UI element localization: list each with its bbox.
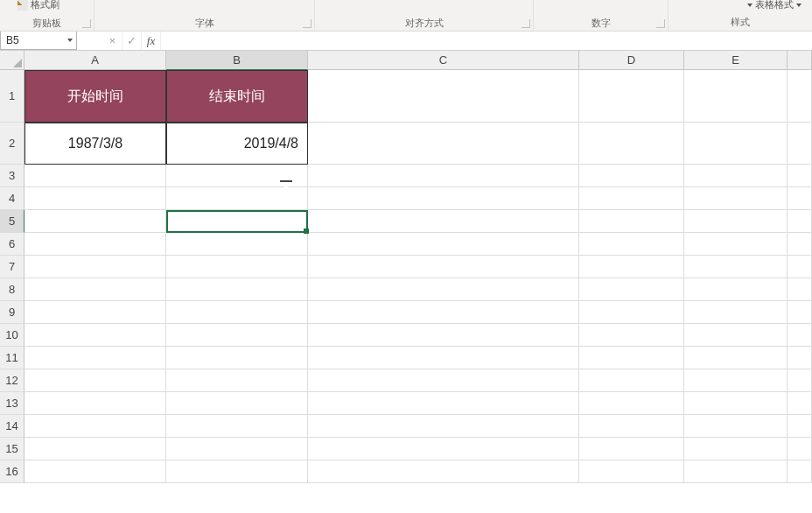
cell-E3[interactable]	[684, 165, 788, 187]
cell-C12[interactable]	[308, 369, 579, 392]
cell-E10[interactable]	[684, 324, 788, 347]
cell-B7[interactable]	[166, 256, 308, 278]
cell-B2[interactable]: 2019/4/8	[166, 123, 308, 165]
cell-A4[interactable]	[24, 187, 166, 210]
cell-tail7[interactable]	[788, 256, 812, 278]
cell-B9[interactable]	[166, 301, 308, 324]
cell-tail9[interactable]	[788, 301, 812, 324]
formula-cancel-button[interactable]: ×	[103, 32, 122, 50]
cell-D9[interactable]	[579, 301, 684, 324]
cell-C2[interactable]	[308, 123, 579, 165]
row-header-4[interactable]: 4	[0, 187, 24, 210]
cell-A15[interactable]	[24, 438, 166, 460]
column-header-E[interactable]: E	[684, 51, 788, 70]
cell-E14[interactable]	[684, 415, 788, 438]
cell-A14[interactable]	[24, 415, 166, 438]
cell-A6[interactable]	[24, 233, 166, 256]
cell-A7[interactable]	[24, 256, 166, 278]
clipboard-dialog-launcher[interactable]	[82, 19, 91, 28]
cell-E6[interactable]	[684, 233, 788, 256]
cell-A10[interactable]	[24, 324, 166, 347]
cell-A8[interactable]	[24, 278, 166, 301]
cell-tail6[interactable]	[788, 233, 812, 256]
row-header-2[interactable]: 2	[0, 123, 24, 165]
cell-tail10[interactable]	[788, 324, 812, 347]
cell-E15[interactable]	[684, 438, 788, 460]
cell-B12[interactable]	[166, 369, 308, 392]
cell-B11[interactable]	[166, 347, 308, 369]
row-header-5[interactable]: 5	[0, 210, 24, 233]
alignment-dialog-launcher[interactable]	[522, 19, 530, 28]
row-header-10[interactable]: 10	[0, 324, 24, 347]
cell-B15[interactable]	[166, 438, 308, 460]
table-styles-button[interactable]: 表格格式	[747, 0, 802, 11]
cell-tail13[interactable]	[788, 392, 812, 415]
cell-D13[interactable]	[579, 392, 684, 415]
cell-B13[interactable]	[166, 392, 308, 415]
font-dialog-launcher[interactable]	[303, 19, 312, 28]
cell-C7[interactable]	[308, 256, 579, 278]
cell-C8[interactable]	[308, 278, 579, 301]
cell-A16[interactable]	[24, 460, 166, 483]
row-header-12[interactable]: 12	[0, 369, 24, 392]
cell-C16[interactable]	[308, 460, 579, 483]
cell-tail1[interactable]	[788, 70, 812, 123]
cell-B14[interactable]	[166, 415, 308, 438]
cell-E16[interactable]	[684, 460, 788, 483]
cell-D5[interactable]	[579, 210, 684, 233]
column-header-A[interactable]: A	[24, 51, 166, 70]
cell-tail14[interactable]	[788, 415, 812, 438]
cell-B6[interactable]	[166, 233, 308, 256]
cell-B8[interactable]	[166, 278, 308, 301]
row-header-16[interactable]: 16	[0, 460, 24, 483]
cell-C5[interactable]	[308, 210, 579, 233]
cell-D16[interactable]	[579, 460, 684, 483]
cell-A11[interactable]	[24, 347, 166, 369]
cell-D1[interactable]	[579, 70, 684, 123]
cell-C3[interactable]	[308, 165, 579, 187]
cell-tail11[interactable]	[788, 347, 812, 369]
cell-B1[interactable]: 结束时间	[166, 70, 308, 123]
column-header-B[interactable]: B	[166, 51, 308, 70]
cell-E7[interactable]	[684, 256, 788, 278]
formula-enter-button[interactable]: ✓	[122, 32, 142, 50]
cell-tail5[interactable]	[788, 210, 812, 233]
row-header-7[interactable]: 7	[0, 256, 24, 278]
cell-B4[interactable]	[166, 187, 308, 210]
cell-tail3[interactable]	[788, 165, 812, 187]
cell-A9[interactable]	[24, 301, 166, 324]
cell-C13[interactable]	[308, 392, 579, 415]
column-header-D[interactable]: D	[579, 51, 684, 70]
name-box[interactable]: B5	[0, 32, 77, 50]
row-header-6[interactable]: 6	[0, 233, 24, 256]
cell-D12[interactable]	[579, 369, 684, 392]
cell-E13[interactable]	[684, 392, 788, 415]
number-dialog-launcher[interactable]	[656, 19, 665, 28]
row-header-13[interactable]: 13	[0, 392, 24, 415]
cell-D6[interactable]	[579, 233, 684, 256]
cell-A1[interactable]: 开始时间	[24, 70, 166, 123]
cell-C4[interactable]	[308, 187, 579, 210]
cell-D8[interactable]	[579, 278, 684, 301]
cell-D15[interactable]	[579, 438, 684, 460]
cell-C6[interactable]	[308, 233, 579, 256]
cell-tail4[interactable]	[788, 187, 812, 210]
row-header-3[interactable]: 3	[0, 165, 24, 187]
cell-B16[interactable]	[166, 460, 308, 483]
cell-E5[interactable]	[684, 210, 788, 233]
cell-D2[interactable]	[579, 123, 684, 165]
cell-A5[interactable]	[24, 210, 166, 233]
row-header-8[interactable]: 8	[0, 278, 24, 301]
cell-tail8[interactable]	[788, 278, 812, 301]
format-painter-button[interactable]: 格式刷	[18, 0, 60, 11]
row-header-1[interactable]: 1	[0, 70, 24, 123]
select-all-triangle[interactable]	[0, 51, 24, 70]
cell-C9[interactable]	[308, 301, 579, 324]
cell-D10[interactable]	[579, 324, 684, 347]
column-header-C[interactable]: C	[308, 51, 579, 70]
cell-A13[interactable]	[24, 392, 166, 415]
cell-E1[interactable]	[684, 70, 788, 123]
cell-C1[interactable]	[308, 70, 579, 123]
formula-bar-input[interactable]	[161, 32, 812, 50]
cell-C15[interactable]	[308, 438, 579, 460]
